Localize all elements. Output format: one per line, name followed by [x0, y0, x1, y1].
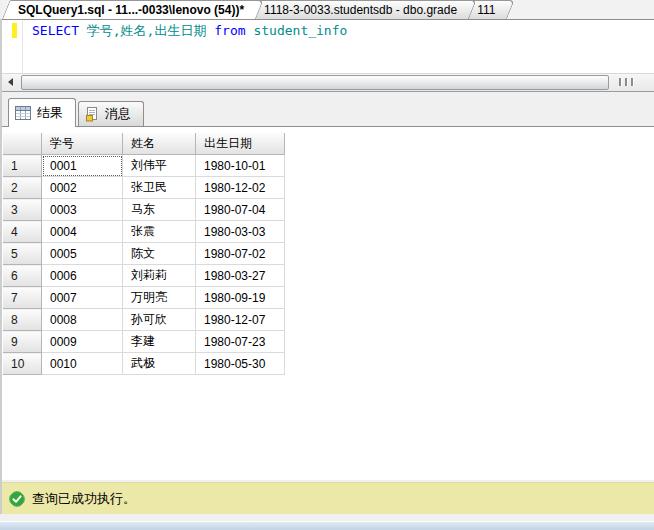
bottom-gap [0, 514, 654, 521]
tab-messages-label: 消息 [105, 105, 131, 123]
grid-row: 20002张卫民1980-12-02 [3, 177, 285, 199]
tab-messages[interactable]: 消息 [78, 101, 144, 126]
status-bar: 查询已成功执行。 [2, 482, 654, 514]
focused-grid-cell[interactable]: 0001 [42, 155, 123, 177]
grid-row: 80008孙可欣1980-12-07 [3, 309, 285, 331]
column-header-student-id[interactable]: 学号 [42, 133, 123, 155]
row-number-cell[interactable]: 1 [3, 155, 42, 177]
row-number-cell[interactable]: 8 [3, 309, 42, 331]
grid-cell[interactable]: 0002 [42, 177, 123, 199]
grid-row: 100010武极1980-05-30 [3, 353, 285, 375]
row-number-cell[interactable]: 5 [3, 243, 42, 265]
grid-cell[interactable]: 1980-05-30 [196, 353, 285, 375]
grid-cell[interactable]: 1980-07-23 [196, 331, 285, 353]
grid-row: 10001刘伟平1980-10-01 [3, 155, 285, 177]
grid-cell[interactable]: 0007 [42, 287, 123, 309]
grid-cell[interactable]: 0010 [42, 353, 123, 375]
grid-cell[interactable]: 马东 [123, 199, 196, 221]
grid-cell[interactable]: 刘伟平 [123, 155, 196, 177]
grid-cell[interactable]: 0003 [42, 199, 123, 221]
sql-identifier: 学号,姓名,出生日期 [79, 23, 214, 38]
grid-cell[interactable]: 万明亮 [123, 287, 196, 309]
scrollbar-thumb[interactable] [21, 75, 609, 90]
grid-row: 70007万明亮1980-09-19 [3, 287, 285, 309]
grid-cell[interactable]: 0006 [42, 265, 123, 287]
row-number-cell[interactable]: 10 [3, 353, 42, 375]
bottom-window-strip [0, 521, 654, 530]
grid-cell[interactable]: 0004 [42, 221, 123, 243]
grid-cell[interactable]: 1980-12-02 [196, 177, 285, 199]
grid-cell[interactable]: 1980-03-03 [196, 221, 285, 243]
sql-keyword: from [214, 23, 245, 38]
doc-tab-label: 111 [477, 3, 495, 17]
row-number-cell[interactable]: 3 [3, 199, 42, 221]
results-grid: 学号 姓名 出生日期 10001刘伟平1980-10-0120002张卫民198… [3, 133, 285, 375]
grid-cell[interactable]: 张卫民 [123, 177, 196, 199]
messages-icon [85, 107, 99, 122]
grid-row: 60006刘莉莉1980-03-27 [3, 265, 285, 287]
grid-cell[interactable]: 1980-12-07 [196, 309, 285, 331]
grid-cell[interactable]: 1980-07-02 [196, 243, 285, 265]
grid-row: 40004张震1980-03-03 [3, 221, 285, 243]
column-header-name[interactable]: 姓名 [123, 133, 196, 155]
grid-cell[interactable]: 1980-03-27 [196, 265, 285, 287]
splitter-grip-icon[interactable] [616, 78, 636, 86]
grid-cell[interactable]: 0005 [42, 243, 123, 265]
row-number-cell[interactable]: 7 [3, 287, 42, 309]
sql-keyword: SELECT [32, 23, 79, 38]
status-message: 查询已成功执行。 [32, 490, 136, 508]
grid-cell[interactable]: 张震 [123, 221, 196, 243]
grid-cell[interactable]: 陈文 [123, 243, 196, 265]
grid-cell[interactable]: 刘莉莉 [123, 265, 196, 287]
grid-row: 90009李建1980-07-23 [3, 331, 285, 353]
sql-identifier: student_info [246, 23, 348, 38]
results-tab-strip: 结果 消息 [2, 97, 654, 126]
scroll-left-button[interactable] [2, 74, 19, 89]
doc-tab-label: 1118-3-0033.studentsdb - dbo.grade [264, 3, 457, 17]
grid-cell[interactable]: 1980-10-01 [196, 155, 285, 177]
doc-tab-label: SQLQuery1.sql - 11...-0033\lenovo (54))* [18, 3, 244, 17]
tab-results-label: 结果 [37, 104, 63, 122]
row-number-cell[interactable]: 6 [3, 265, 42, 287]
grid-cell[interactable]: 武极 [123, 353, 196, 375]
grid-corner-cell[interactable] [3, 133, 42, 155]
grid-cell[interactable]: 1980-07-04 [196, 199, 285, 221]
ssms-window: SQLQuery1.sql - 11...-0033\lenovo (54))*… [0, 0, 654, 530]
grid-header-row: 学号 姓名 出生日期 [3, 133, 285, 155]
row-number-cell[interactable]: 2 [3, 177, 42, 199]
grid-cell[interactable]: 1980-09-19 [196, 287, 285, 309]
success-check-icon [9, 491, 25, 507]
query-line: SELECT 学号,姓名,出生日期 from student_info [32, 22, 347, 40]
row-number-cell[interactable]: 4 [3, 221, 42, 243]
grid-cell[interactable]: 孙可欣 [123, 309, 196, 331]
change-tracking-bar [12, 23, 17, 38]
sql-editor[interactable]: SELECT 学号,姓名,出生日期 from student_info [2, 19, 654, 74]
row-number-cell[interactable]: 9 [3, 331, 42, 353]
doc-tab-studentsdb-grade[interactable]: 1118-3-0033.studentsdb - dbo.grade [248, 0, 469, 19]
doc-tab-sqlquery1[interactable]: SQLQuery1.sql - 11...-0033\lenovo (54))* [2, 0, 256, 19]
scroll-left-arrow-icon [8, 78, 13, 86]
grid-cell[interactable]: 0008 [42, 309, 123, 331]
results-grid-pane: 学号 姓名 出生日期 10001刘伟平1980-10-0120002张卫民198… [2, 126, 654, 480]
grid-cell[interactable]: 0009 [42, 331, 123, 353]
tab-results[interactable]: 结果 [8, 98, 76, 127]
results-grid-icon [15, 106, 31, 120]
grid-row: 30003马东1980-07-04 [3, 199, 285, 221]
editor-selection-margin [2, 20, 23, 74]
editor-horizontal-scrollbar[interactable] [2, 73, 654, 92]
column-header-birthdate[interactable]: 出生日期 [196, 133, 285, 155]
grid-row: 50005陈文1980-07-02 [3, 243, 285, 265]
grid-cell[interactable]: 李建 [123, 331, 196, 353]
document-tab-strip: SQLQuery1.sql - 11...-0033\lenovo (54))*… [2, 0, 654, 19]
